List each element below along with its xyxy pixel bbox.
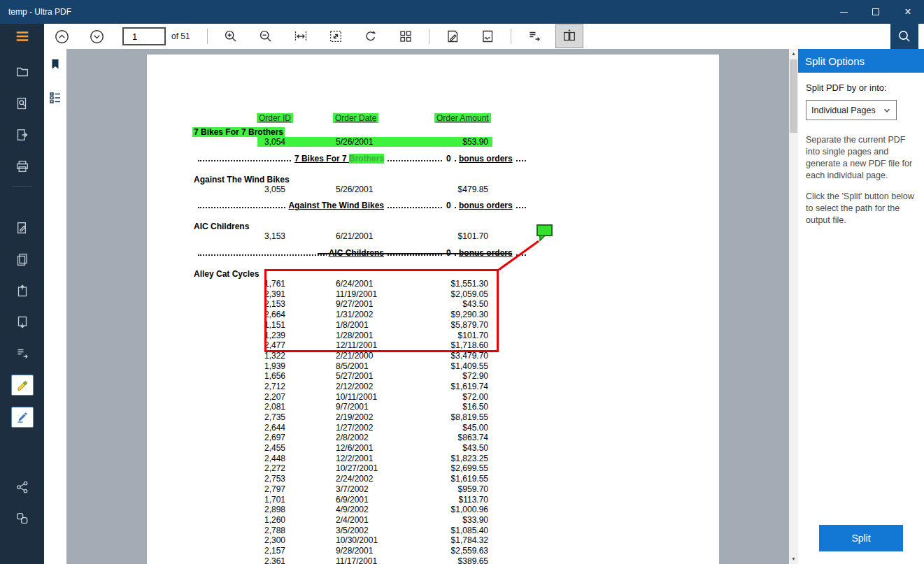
thumbnails-button[interactable]	[392, 24, 420, 48]
pdf-page: Order ID Order Date Order Amount 7 Bikes…	[147, 55, 719, 564]
order-amount-cell: $72.90	[413, 371, 488, 382]
search-button[interactable]	[890, 24, 918, 49]
comment-bubble-icon	[536, 223, 555, 242]
thumbnails-grid-icon	[399, 29, 413, 43]
column-header-order-id: Order ID	[257, 113, 293, 123]
open-file-button[interactable]	[0, 56, 44, 87]
order-date-cell: 1/27/2002	[336, 423, 373, 433]
page-insert-icon	[15, 284, 29, 298]
order-date-cell: 2/8/2002	[336, 433, 369, 443]
page-copy-button[interactable]	[0, 243, 44, 275]
order-amount-cell: $1,409.55	[413, 361, 488, 372]
page-edit-button[interactable]	[0, 212, 44, 243]
hamburger-icon	[15, 29, 30, 44]
order-date-cell: 9/28/2001	[336, 546, 373, 556]
summary-name: 7 Bikes For 7 Brothers	[292, 154, 386, 164]
split-options-body: Split PDF by or into: Individual Pages S…	[798, 73, 924, 564]
split-options-title: Split Options	[805, 55, 865, 67]
split-button[interactable]: Split	[819, 525, 903, 551]
zoom-in-icon	[224, 29, 238, 43]
order-id-cell: 2,753	[217, 474, 285, 484]
sign-document-button[interactable]	[474, 24, 502, 48]
order-date-cell: 2/4/2001	[336, 515, 369, 526]
thumbnails-tab[interactable]	[46, 89, 64, 106]
order-row: 3,0555/26/2001$479.85	[147, 185, 719, 195]
order-date-cell: 8/5/2001	[336, 361, 369, 372]
scroll-up-button[interactable]: ▲	[789, 49, 798, 59]
order-row: 2,0819/7/2001$16.50	[147, 402, 719, 412]
page-extract-button[interactable]	[0, 306, 44, 338]
fit-width-button[interactable]	[287, 24, 315, 48]
split-description-1: Separate the current PDF into single pag…	[806, 134, 916, 182]
split-mode-value: Individual Pages	[811, 106, 876, 115]
order-row: 2,7532/24/2002$1,619.55	[147, 474, 719, 484]
toolbar-separator	[511, 29, 511, 44]
split-options-panel: Split Options Split PDF by or into: Indi…	[798, 49, 924, 564]
rotate-button[interactable]	[357, 24, 385, 48]
split-pages-icon	[562, 29, 576, 43]
order-id-cell: 2,788	[217, 526, 285, 536]
order-row: 2,1579/28/2001$2,559.63	[147, 546, 719, 556]
order-id-cell: 2,081	[217, 402, 285, 412]
vertical-scrollbar[interactable]: ▲ ▼	[789, 49, 798, 564]
fit-page-icon	[329, 29, 343, 43]
split-mode-dropdown[interactable]: Individual Pages	[806, 100, 897, 120]
order-date-cell: 4/9/2002	[336, 505, 369, 515]
order-amount-cell: $72.00	[413, 392, 488, 403]
column-header-order-date: Order Date	[333, 113, 378, 123]
order-row: 1,2602/4/2001$33.90	[147, 515, 719, 526]
previous-page-button[interactable]	[48, 24, 76, 48]
stamps-icon	[15, 512, 29, 526]
page-insert-button[interactable]	[0, 275, 44, 306]
summary-label: bonus orders	[457, 201, 515, 211]
order-date-cell: 2/12/2002	[336, 382, 373, 392]
scrollbar-thumb[interactable]	[790, 59, 797, 133]
left-toolbar-rail	[0, 24, 44, 564]
zoom-out-button[interactable]	[252, 24, 280, 48]
zoom-in-button[interactable]	[217, 24, 245, 48]
order-row: 2,7352/19/2002$8,819.55	[147, 412, 719, 423]
order-amount-cell: $3,479.70	[413, 351, 488, 361]
order-date-cell: 3/7/2002	[336, 484, 369, 495]
minimize-button[interactable]	[827, 0, 860, 24]
group-summary: 7 Bikes For 7 Brothers0bonus orders	[147, 154, 719, 164]
bookmarks-tab[interactable]	[46, 56, 64, 73]
order-id-cell: 2,712	[217, 382, 285, 392]
maximize-button[interactable]	[860, 0, 892, 24]
order-id-cell: 1,260	[217, 515, 285, 526]
export-page-button[interactable]	[0, 119, 44, 150]
strikeout-tool-button[interactable]	[11, 407, 34, 428]
extract-text-icon	[15, 347, 29, 361]
fit-page-button[interactable]	[322, 24, 350, 48]
rotate-icon	[364, 29, 378, 43]
menu-button[interactable]	[0, 24, 44, 49]
order-group: AIC Childrens3,1536/21/2001$101.70AIC Ch…	[147, 222, 719, 259]
search-document-button[interactable]	[0, 87, 44, 119]
highlight-tool-button[interactable]	[11, 375, 34, 396]
scroll-down-button[interactable]: ▼	[789, 554, 798, 564]
order-date-cell: 5/26/2001	[336, 185, 373, 195]
order-amount-cell: $43.50	[413, 443, 488, 454]
order-id-cell: 2,797	[217, 484, 285, 495]
annotation-comment-icon[interactable]	[536, 223, 555, 242]
order-date-cell: 10/30/2001	[336, 535, 378, 546]
extract-pages-button[interactable]	[520, 24, 548, 48]
annotation-red-box[interactable]	[264, 269, 499, 352]
share-button[interactable]	[0, 471, 44, 502]
order-amount-cell: $113.70	[413, 495, 488, 505]
print-button[interactable]	[0, 150, 44, 182]
order-amount-cell: $8,819.55	[413, 412, 488, 423]
order-amount-cell: $1,619.55	[413, 474, 488, 484]
next-page-button[interactable]	[83, 24, 111, 48]
extract-text-button[interactable]	[0, 338, 44, 369]
order-row: 1,6565/27/2001$72.90	[147, 371, 719, 382]
close-button[interactable]: ×	[892, 0, 924, 24]
chevron-down-icon	[883, 106, 891, 115]
order-date-cell: 12/6/2001	[336, 443, 373, 454]
maximize-icon	[872, 8, 879, 15]
edit-page-icon	[446, 29, 460, 43]
page-number-input[interactable]	[122, 27, 166, 45]
stamps-button[interactable]	[0, 502, 44, 534]
split-document-button[interactable]	[555, 24, 583, 48]
edit-document-button[interactable]	[439, 24, 467, 48]
